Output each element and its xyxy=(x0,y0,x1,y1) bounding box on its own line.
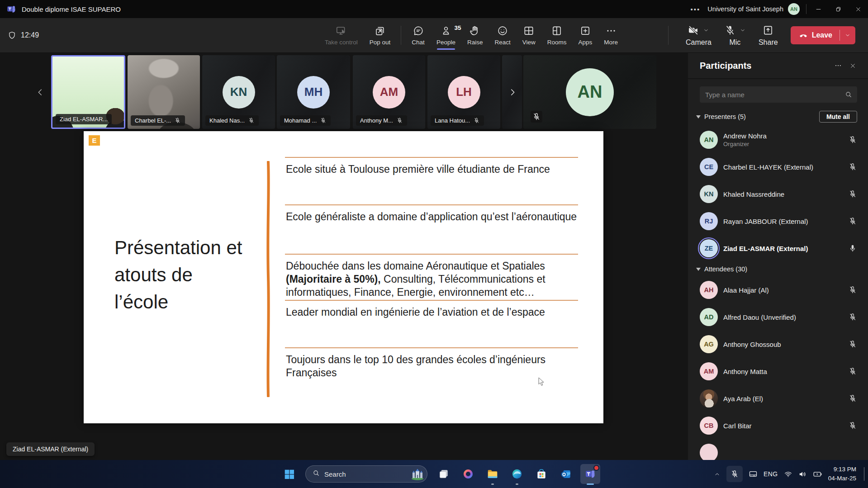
titlebar-more-icon[interactable]: ••• xyxy=(691,5,701,13)
participant-row[interactable]: AGAnthony Ghossoub xyxy=(688,331,868,358)
close-button[interactable] xyxy=(848,0,868,18)
taskbar-search-label: Search xyxy=(324,470,407,478)
rooms-button[interactable]: Rooms xyxy=(541,18,573,52)
volume-icon[interactable] xyxy=(798,470,807,479)
mic-muted-icon[interactable] xyxy=(848,394,857,403)
teams-taskbar-icon[interactable] xyxy=(580,464,600,484)
mic-muted-icon[interactable] xyxy=(848,340,857,349)
participant-meta: Charbel EL-HAYEK (External) xyxy=(723,163,848,171)
account-avatar[interactable]: AN xyxy=(788,3,800,15)
video-tile[interactable]: MHMohamad ... xyxy=(277,55,350,129)
clock[interactable]: 9:13 PM 04-Mar-25 xyxy=(828,465,856,483)
mic-muted-icon[interactable] xyxy=(848,217,857,226)
clock-time: 9:13 PM xyxy=(828,465,856,474)
outlook-taskbar-icon[interactable] xyxy=(556,464,576,484)
edge-taskbar-icon[interactable] xyxy=(507,464,527,484)
tray-mic-muted-icon[interactable] xyxy=(726,466,743,482)
battery-icon[interactable] xyxy=(813,469,822,479)
explorer-taskbar-icon[interactable] xyxy=(483,464,503,484)
participant-meta: Anthony Matta xyxy=(723,368,848,375)
participant-row[interactable]: Aya Arab (El) xyxy=(688,385,868,412)
mute-all-button[interactable]: Mute all xyxy=(819,111,857,123)
presenters-count-label: Presenters (5) xyxy=(704,113,819,120)
participants-title: Participants xyxy=(700,61,830,71)
mic-muted-icon[interactable] xyxy=(848,190,857,199)
video-tile[interactable]: Charbel EL-... xyxy=(128,55,200,129)
participant-row[interactable]: CECharbel EL-HAYEK (External) xyxy=(688,153,868,180)
video-tile[interactable]: LHLana Hatou... xyxy=(427,55,500,129)
participant-row[interactable]: AHAlaa Hajjar (Al) xyxy=(688,276,868,303)
task-view-taskbar-icon[interactable] xyxy=(434,464,454,484)
titlebar-cluster: ••• University of Saint Joseph AN xyxy=(691,0,868,18)
active-speaker-label: Ziad EL-ASMAR (External) xyxy=(6,442,95,456)
camera-chevron-icon[interactable] xyxy=(703,27,709,33)
leave-button[interactable]: Leave xyxy=(791,26,855,44)
start-button[interactable] xyxy=(279,464,299,484)
mic-muted-icon[interactable] xyxy=(848,421,857,430)
mic-muted-icon[interactable] xyxy=(848,367,857,376)
participant-row[interactable]: AMAnthony Matta xyxy=(688,358,868,385)
mic-live-icon[interactable] xyxy=(848,244,857,253)
video-tile[interactable]: AMAnthony M... xyxy=(353,55,425,129)
attendees-section-header[interactable]: Attendees (30) xyxy=(688,262,868,276)
participants-close-icon[interactable] xyxy=(846,60,860,72)
mic-chevron-icon[interactable] xyxy=(740,27,746,33)
mic-muted-icon[interactable] xyxy=(848,162,857,171)
participant-search xyxy=(700,86,857,103)
participants-more-icon[interactable] xyxy=(830,59,846,72)
mic-label: Mic xyxy=(729,38,740,47)
mic-button[interactable]: Mic xyxy=(724,24,746,47)
participant-row[interactable]: RJRayan JABBOUR (External) xyxy=(688,208,868,235)
participant-row[interactable]: ADAlfred Daou (Unverified) xyxy=(688,303,868,331)
windows-taskbar: Search ENG 9:13 PM 04-Mar-25 xyxy=(0,460,868,488)
pop-out-button[interactable]: Pop out xyxy=(364,18,397,52)
strip-prev-icon[interactable] xyxy=(35,87,45,97)
view-icon xyxy=(523,25,535,37)
show-desktop-button[interactable] xyxy=(864,467,864,481)
people-button[interactable]: 35People xyxy=(431,18,461,52)
language-indicator[interactable]: ENG xyxy=(764,470,778,478)
tray-chevron-up-icon[interactable] xyxy=(714,471,721,478)
taskbar-search[interactable]: Search xyxy=(305,465,427,483)
chat-icon xyxy=(413,25,424,37)
avatar: AM xyxy=(700,362,718,380)
spotlight-tile[interactable]: AN xyxy=(523,55,656,129)
strip-next-icon[interactable] xyxy=(508,87,517,97)
search-highlight-castle-icon[interactable] xyxy=(411,468,424,480)
view-button[interactable]: View xyxy=(517,18,541,52)
chat-button[interactable]: Chat xyxy=(406,18,431,52)
participant-name: Charbel EL-HAYEK (External) xyxy=(723,163,848,171)
participant-row[interactable]: KNKhaled Nassreddine xyxy=(688,180,868,208)
presenters-section-header[interactable]: Presenters (5) Mute all xyxy=(688,107,868,126)
touch-keyboard-icon[interactable] xyxy=(749,469,758,479)
participant-name: Alfred Daou (Unverified) xyxy=(723,313,848,321)
taskbar-app-icons xyxy=(434,464,600,484)
video-tile[interactable]: KNKhaled Nas... xyxy=(202,55,275,129)
apps-button[interactable]: Apps xyxy=(573,18,598,52)
mic-muted-icon[interactable] xyxy=(848,285,857,294)
video-tile[interactable]: Ziad EL-ASMAR... xyxy=(51,55,125,129)
collapse-triangle-icon[interactable] xyxy=(696,268,701,271)
react-button[interactable]: React xyxy=(489,18,516,52)
toolbar-center-buttons: Take controlPop outChat35PeopleRaiseReac… xyxy=(319,18,624,52)
raise-button[interactable]: Raise xyxy=(461,18,489,52)
camera-button[interactable]: Camera xyxy=(686,24,711,47)
more-button[interactable]: More xyxy=(598,18,624,52)
titlebar: Double diplome ISAE SUPAERO ••• Universi… xyxy=(0,0,868,18)
wifi-icon[interactable] xyxy=(784,470,792,479)
store-taskbar-icon[interactable] xyxy=(531,464,551,484)
mic-muted-icon[interactable] xyxy=(848,313,857,322)
participant-row[interactable]: ANAndrew NohraOrganizer xyxy=(688,126,868,153)
copilot-taskbar-icon[interactable] xyxy=(458,464,478,484)
participant-row[interactable] xyxy=(688,439,868,460)
leave-chevron-icon[interactable] xyxy=(840,32,855,38)
participant-search-input[interactable] xyxy=(700,86,857,103)
participant-row[interactable]: ZEZiad EL-ASMAR (External) xyxy=(688,235,868,262)
minimize-button[interactable] xyxy=(808,0,828,18)
collapse-triangle-icon[interactable] xyxy=(696,115,701,118)
view-label: View xyxy=(522,39,536,46)
mic-muted-icon[interactable] xyxy=(848,135,857,144)
share-button[interactable]: Share xyxy=(759,24,778,47)
participant-row[interactable]: CBCarl Bitar xyxy=(688,412,868,439)
restore-button[interactable] xyxy=(828,0,848,18)
